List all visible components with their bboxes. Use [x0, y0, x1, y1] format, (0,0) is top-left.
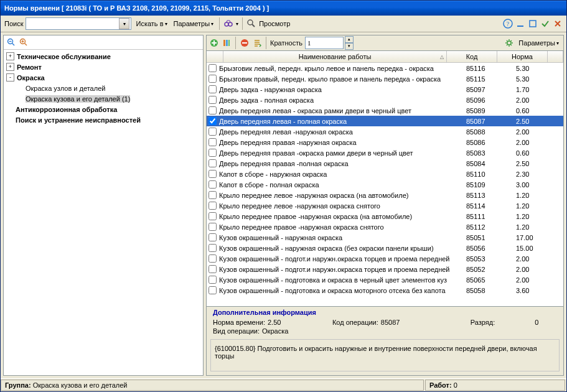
- col-code[interactable]: Код: [447, 51, 497, 62]
- tree-node[interactable]: Окраска узлов и деталей: [6, 83, 200, 93]
- minimize-icon[interactable]: [515, 19, 525, 29]
- row-checkbox[interactable]: [209, 223, 217, 231]
- row-checkbox[interactable]: [209, 265, 217, 273]
- table-row[interactable]: Дверь передняя левая -наружная окраска85…: [207, 126, 563, 137]
- row-checkbox[interactable]: [209, 128, 217, 136]
- tree-node[interactable]: -Окраска: [6, 72, 200, 83]
- binoculars-icon[interactable]: [223, 19, 233, 29]
- row-checkbox[interactable]: [209, 254, 217, 263]
- row-checkbox[interactable]: [209, 202, 217, 210]
- row-checkbox[interactable]: [209, 244, 217, 252]
- spin-down-icon[interactable]: ▾: [345, 43, 354, 50]
- row-checkbox[interactable]: [209, 212, 217, 220]
- table-row[interactable]: Брызговик правый, передн. крыло правое и…: [207, 73, 563, 84]
- row-checkbox[interactable]: [209, 191, 217, 199]
- tree-node[interactable]: +Ремонт: [6, 62, 200, 72]
- row-checkbox[interactable]: [209, 286, 217, 294]
- grid-body[interactable]: Брызговик левый, передн. крыло левое и п…: [207, 63, 563, 306]
- params-dropdown[interactable]: Параметры▾: [172, 20, 216, 27]
- row-checkbox[interactable]: [209, 64, 217, 72]
- table-row[interactable]: Капот в сборе - полная окраска851093.00: [207, 179, 563, 190]
- grid-params-dropdown[interactable]: Параметры▾: [517, 39, 561, 47]
- table-row[interactable]: Дверь передняя правая -окраска рамки две…: [207, 147, 563, 158]
- row-checkbox[interactable]: [209, 170, 217, 178]
- zoom-icon[interactable]: [246, 19, 256, 29]
- search-input[interactable]: [27, 19, 119, 28]
- chevron-down-icon[interactable]: ▾: [119, 18, 129, 29]
- search-combo[interactable]: ▾: [26, 17, 131, 30]
- cell-name: Кузов окрашенный - подготовка и окраска …: [218, 276, 464, 284]
- row-checkbox[interactable]: [209, 106, 217, 114]
- table-row[interactable]: Дверь передняя правая -наружная окраска8…: [207, 137, 563, 147]
- cell-norm: 1.70: [513, 86, 563, 93]
- row-checkbox[interactable]: [209, 159, 217, 167]
- table-row[interactable]: Кузов окрашенный - подготовка и окраска …: [207, 285, 563, 296]
- table-row[interactable]: Кузов окрашенный - подгот.и наружн.окрас…: [207, 253, 563, 264]
- cell-code: 85115: [464, 75, 513, 83]
- row-checkbox[interactable]: [209, 85, 217, 93]
- table-row[interactable]: Крыло переднее левое -наружная окраска (…: [207, 190, 563, 200]
- table-row[interactable]: Кузов окрашенный - подгот.и наружн.окрас…: [207, 264, 563, 274]
- row-checkbox[interactable]: [209, 96, 217, 104]
- tree-view[interactable]: +Техническое обслуживание+Ремонт-Окраска…: [4, 50, 203, 375]
- ok-icon[interactable]: [540, 19, 550, 29]
- tree-node[interactable]: Окраска кузова и его деталей (1): [6, 93, 200, 104]
- zoom-in-icon[interactable]: [19, 37, 29, 47]
- table-row[interactable]: Брызговик левый, передн. крыло левое и п…: [207, 63, 563, 73]
- tree-node[interactable]: +Техническое обслуживание: [6, 51, 200, 62]
- tree-node[interactable]: Антикоррозионная обработка: [6, 104, 200, 114]
- gear-icon[interactable]: [504, 38, 514, 48]
- table-row[interactable]: Дверь передняя левая - полная окраска850…: [207, 116, 563, 126]
- table-row[interactable]: Крыло переднее правое -наружная окраска …: [207, 211, 563, 222]
- view-label[interactable]: Просмотр: [259, 20, 290, 27]
- table-row[interactable]: Кузов окрашенный - наружная окраска85051…: [207, 232, 563, 243]
- help-icon[interactable]: ?: [503, 19, 513, 29]
- body: +Техническое обслуживание+Ремонт-Окраска…: [1, 32, 566, 378]
- row-checkbox[interactable]: [209, 180, 217, 189]
- multiplicity-input[interactable]: [305, 37, 344, 49]
- row-checkbox[interactable]: [209, 233, 217, 241]
- col-norm[interactable]: Норма: [497, 51, 548, 62]
- col-checkbox[interactable]: [207, 51, 223, 62]
- expand-icon[interactable]: -: [6, 73, 14, 82]
- row-checkbox[interactable]: [209, 138, 217, 146]
- add-icon[interactable]: [209, 38, 219, 48]
- list-icon[interactable]: [252, 38, 262, 48]
- multiplicity-spinner[interactable]: ▴▾: [305, 36, 354, 50]
- cell-norm: 1.20: [513, 202, 563, 210]
- row-checkbox[interactable]: [209, 117, 217, 125]
- tree-label: Поиск и устранение неисправностей: [16, 116, 141, 124]
- row-checkbox[interactable]: [209, 276, 217, 284]
- cell-name: Кузов окрашенный - наружная окраска (без…: [218, 245, 464, 252]
- cell-norm: 3.60: [513, 287, 563, 294]
- cell-code: 85109: [464, 181, 513, 189]
- cell-name: Крыло переднее правое -наружная окраска …: [218, 213, 464, 220]
- table-row[interactable]: Дверь передняя правая -полная окраска850…: [207, 158, 563, 169]
- norm-label: Норма времени:: [213, 319, 265, 326]
- row-checkbox[interactable]: [209, 149, 217, 157]
- expand-icon[interactable]: +: [6, 63, 14, 71]
- col-name[interactable]: Наименование работы△: [223, 51, 447, 62]
- spin-up-icon[interactable]: ▴: [345, 36, 354, 43]
- tree-node[interactable]: Поиск и устранение неисправностей: [6, 114, 200, 125]
- columns-icon[interactable]: [222, 38, 232, 48]
- remove-icon[interactable]: [240, 38, 250, 48]
- table-row[interactable]: Крыло переднее левое -наружная окраска с…: [207, 200, 563, 211]
- expand-icon[interactable]: +: [6, 52, 14, 60]
- row-checkbox[interactable]: [209, 75, 217, 83]
- close-icon[interactable]: [553, 19, 563, 29]
- maximize-icon[interactable]: [528, 19, 538, 29]
- cell-norm: 2.00: [513, 96, 563, 104]
- search-in-dropdown[interactable]: Искать в▾: [134, 20, 169, 27]
- table-row[interactable]: Дверь задка - полная окраска850962.00: [207, 95, 563, 105]
- cell-code: 85086: [464, 139, 513, 146]
- chevron-down-icon[interactable]: ▾: [236, 21, 238, 27]
- table-row[interactable]: Дверь передняя левая - окраска рамки две…: [207, 105, 563, 116]
- zoom-out-icon[interactable]: [6, 37, 16, 47]
- table-row[interactable]: Капот в сборе - наружная окраска851102.3…: [207, 169, 563, 179]
- table-row[interactable]: Кузов окрашенный - подготовка и окраска …: [207, 274, 563, 285]
- table-row[interactable]: Кузов окрашенный - наружная окраска (без…: [207, 243, 563, 253]
- table-row[interactable]: Дверь задка - наружная окраска850971.70: [207, 84, 563, 95]
- table-row[interactable]: Крыло переднее правое -наружная окраска …: [207, 222, 563, 232]
- status-works-label: Работ:: [429, 381, 452, 389]
